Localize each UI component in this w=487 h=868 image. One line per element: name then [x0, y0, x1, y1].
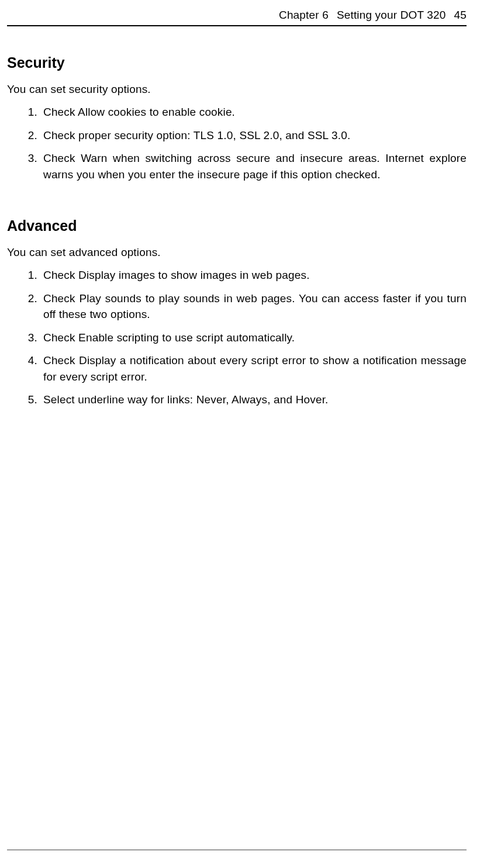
item-text: Check Display a notification about every… [43, 354, 467, 383]
list-item: 5. Select underline way for links: Never… [43, 392, 467, 408]
item-number: 4. [20, 352, 37, 369]
list-item: 2. Check Play sounds to play sounds in w… [43, 291, 467, 323]
section-intro: You can set security options. [7, 83, 467, 96]
section-heading: Security [7, 54, 467, 71]
item-number: 2. [20, 127, 37, 144]
section-heading: Advanced [7, 217, 467, 234]
section-advanced: Advanced You can set advanced options. 1… [7, 217, 467, 408]
page-number: 45 [454, 9, 467, 21]
chapter-label: Chapter 6 [279, 9, 329, 21]
page-header: Chapter 6Setting your DOT 32045 [7, 9, 467, 26]
steps-list: 1. Check Display images to show images i… [7, 267, 467, 408]
list-item: 3. Check Enable scripting to use script … [43, 330, 467, 346]
list-item: 2. Check proper security option: TLS 1.0… [43, 127, 467, 144]
item-text: Check Allow cookies to enable cookie. [43, 106, 235, 118]
item-number: 5. [20, 392, 37, 408]
item-text: Check proper security option: TLS 1.0, S… [43, 129, 350, 141]
item-text: Check Enable scripting to use script aut… [43, 331, 295, 344]
list-item: 1. Check Allow cookies to enable cookie. [43, 104, 467, 120]
item-number: 1. [20, 267, 37, 283]
section-intro: You can set advanced options. [7, 246, 467, 259]
footer-rule [7, 849, 467, 850]
page-content: Security You can set security options. 1… [7, 54, 467, 849]
item-number: 3. [20, 150, 37, 167]
item-number: 3. [20, 330, 37, 346]
item-text: Check Warn when switching across secure … [43, 152, 467, 181]
chapter-title: Setting your DOT 320 [337, 9, 446, 21]
item-number: 1. [20, 104, 37, 120]
list-item: 1. Check Display images to show images i… [43, 267, 467, 283]
page: Chapter 6Setting your DOT 32045 Security… [0, 0, 487, 868]
item-text: Check Display images to show images in w… [43, 269, 310, 281]
steps-list: 1. Check Allow cookies to enable cookie.… [7, 104, 467, 182]
list-item: 4. Check Display a notification about ev… [43, 352, 467, 385]
list-item: 3. Check Warn when switching across secu… [43, 150, 467, 182]
item-text: Check Play sounds to play sounds in web … [43, 292, 467, 321]
section-security: Security You can set security options. 1… [7, 54, 467, 182]
item-number: 2. [20, 291, 37, 307]
item-text: Select underline way for links: Never, A… [43, 393, 329, 406]
